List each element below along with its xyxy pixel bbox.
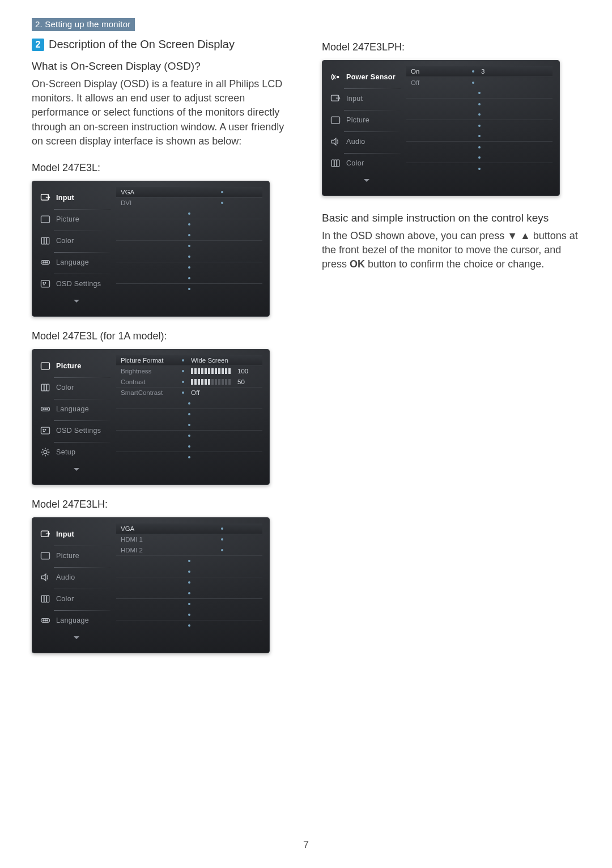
osd-sub-empty (116, 262, 262, 273)
osd-sub-item[interactable]: Brightness100 (116, 366, 262, 377)
osd-submenu: VGAHDMI 1 (116, 524, 262, 545)
osd-sub-empty (406, 163, 552, 174)
osd-sub-item[interactable]: DVI (116, 198, 262, 209)
dot-icon (188, 614, 190, 616)
osd-sub-item[interactable]: On3 (406, 66, 552, 77)
osd-sub-item[interactable]: SmartContrastOff (116, 388, 262, 398)
dot-icon (188, 234, 190, 236)
dot-icon (478, 156, 481, 159)
osd-sub-empty (116, 219, 262, 230)
color-icon (39, 593, 52, 605)
osd-row: Color (37, 230, 262, 252)
osd-menu-label: Power Sensor (346, 73, 396, 81)
osd-menu-item[interactable]: Picture (37, 209, 116, 230)
audio-icon (329, 135, 342, 148)
osd-menu-item[interactable]: Power Sensor (327, 66, 406, 88)
osd-sub-empty (116, 209, 262, 219)
osd-row: Power SensorOn3Off (327, 66, 552, 88)
model-247e3l-label: Model 247E3L: (32, 162, 290, 174)
osd-icon (39, 424, 52, 437)
dot-icon (221, 538, 223, 541)
osd-row: Language (37, 610, 262, 631)
osd-submenu (116, 273, 262, 295)
language-icon (39, 256, 52, 269)
osd-sub-value: Off (191, 389, 199, 396)
osd-sub-empty (116, 588, 262, 599)
osd-sub-empty (116, 409, 262, 420)
osd-submenu (116, 610, 262, 631)
dot-icon (188, 592, 190, 594)
osd-sub-item[interactable]: HDMI 2 (116, 545, 262, 556)
dot-icon (188, 223, 190, 225)
osd-menu-item[interactable]: Color (37, 230, 116, 252)
osd-sub-item[interactable]: VGA (116, 187, 262, 198)
osd-menu-label: Picture (56, 215, 79, 223)
osd-panel-247e3l-1a: PicturePicture FormatWide ScreenBrightne… (32, 349, 270, 485)
language-icon (39, 614, 52, 627)
osd-sub-item[interactable]: Picture FormatWide Screen (116, 355, 262, 366)
osd-sub-empty (406, 109, 552, 120)
osd-sub-empty (116, 230, 262, 241)
right-column: Model 247E3LPH: Power SensorOn3OffInputP… (322, 38, 580, 653)
osd-menu-item[interactable]: Language (37, 398, 116, 420)
power-icon (329, 71, 342, 83)
basic-instruction-body: In the OSD shown above, you can press ▼ … (322, 229, 580, 272)
osd-menu-item[interactable]: Language (37, 610, 116, 631)
osd-sub-empty (116, 556, 262, 567)
osd-sub-item[interactable]: Off (406, 77, 552, 88)
osd-menu-item[interactable]: Input (327, 88, 406, 109)
dot-icon (188, 288, 190, 290)
osd-menu-item[interactable]: Picture (37, 545, 116, 567)
osd-menu-item[interactable]: Color (327, 152, 406, 174)
left-column: 2Description of the On Screen Display Wh… (32, 38, 290, 653)
osd-menu-item[interactable]: Picture (327, 109, 406, 131)
dot-icon (472, 82, 474, 84)
osd-menu-item[interactable]: Language (37, 252, 116, 273)
osd-down-arrow[interactable] (37, 631, 116, 645)
osd-menu-item[interactable]: Audio (327, 131, 406, 152)
osd-sub-empty (116, 284, 262, 295)
dot-icon (221, 527, 223, 530)
osd-menu-item[interactable]: Audio (37, 567, 116, 588)
osd-menu-item[interactable]: OSD Settings (37, 420, 116, 441)
osd-sub-item[interactable]: Contrast50 (116, 377, 262, 388)
osd-sub-empty (406, 152, 552, 163)
picture-icon (329, 114, 342, 126)
language-icon (39, 403, 52, 415)
osd-menu-label: Language (56, 258, 89, 266)
dot-icon (478, 103, 481, 105)
osd-menu-item[interactable]: Setup (37, 441, 116, 463)
osd-sub-empty (406, 88, 552, 99)
dot-icon (188, 603, 190, 605)
osd-sub-item[interactable]: HDMI 1 (116, 534, 262, 545)
osd-sub-empty (406, 99, 552, 109)
osd-row: Color (327, 152, 552, 174)
osd-menu-item[interactable]: Color (37, 588, 116, 610)
color-icon (39, 235, 52, 247)
osd-sub-empty (116, 431, 262, 441)
input-icon (39, 192, 52, 204)
osd-down-arrow[interactable] (327, 174, 406, 188)
osd-sub-empty (116, 420, 262, 431)
osd-menu-label: Color (56, 237, 74, 245)
osd-submenu (406, 152, 552, 174)
osd-menu-item[interactable]: Input (37, 524, 116, 545)
model-247e3lph-label: Model 247E3LPH: (322, 41, 580, 53)
osd-menu-item[interactable]: Color (37, 377, 116, 398)
osd-menu-label: Input (56, 530, 74, 538)
dot-icon (188, 456, 190, 458)
osd-menu-item[interactable]: Picture (37, 355, 116, 377)
dot-icon (478, 125, 481, 127)
osd-sub-empty (116, 599, 262, 610)
osd-sub-item[interactable]: VGA (116, 524, 262, 534)
osd-menu-item[interactable]: Input (37, 187, 116, 209)
osd-down-arrow[interactable] (37, 463, 116, 476)
osd-menu-label: Audio (346, 138, 365, 146)
osd-submenu: HDMI 2 (116, 545, 262, 567)
osd-down-arrow[interactable] (37, 295, 116, 308)
osd-menu-item[interactable]: OSD Settings (37, 273, 116, 295)
dot-icon (188, 245, 190, 247)
osd-row: Language (37, 398, 262, 420)
osd-submenu (116, 209, 262, 230)
osd-row: ColorContrast50SmartContrastOff (37, 377, 262, 398)
